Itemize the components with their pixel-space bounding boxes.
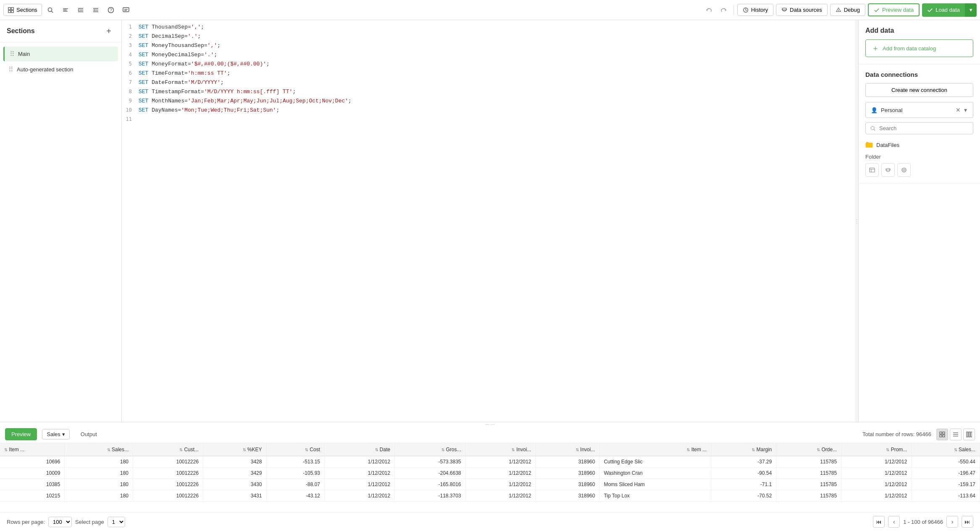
sidebar-item-autogenerated[interactable]: ⠿ Auto-generated section (3, 62, 118, 77)
undo-button[interactable] (702, 3, 716, 17)
table-column-header[interactable]: ⇅ Cust... (133, 443, 203, 456)
sidebar-item-main[interactable]: ⠿ Main 🗑 (3, 47, 118, 61)
code-editor-area[interactable]: 1SET ThousandSep=',';2SET DecimalSep='.'… (122, 20, 855, 422)
svg-rect-2 (8, 10, 10, 12)
prev-page-button[interactable]: ‹ (888, 516, 900, 528)
personal-connection-row: 👤 Personal ✕ ▾ (865, 102, 973, 118)
debug-label: Debug (844, 7, 860, 13)
editor-container: 1SET ThousandSep=',';2SET DecimalSep='.'… (122, 20, 858, 422)
preview-data-button[interactable]: Preview data (868, 3, 920, 16)
search-button[interactable] (44, 3, 57, 17)
svg-point-23 (838, 11, 839, 11)
close-personal-button[interactable]: ✕ (955, 106, 962, 114)
search-connections-input[interactable] (879, 125, 969, 131)
rows-per-page-select[interactable]: 100 50 25 (48, 517, 72, 527)
table-cell: 10215 (0, 490, 65, 502)
redo-icon (720, 7, 727, 13)
list-view-button[interactable] (950, 429, 962, 440)
column-sort-icon: ⇅ (752, 447, 755, 452)
history-button[interactable]: History (737, 4, 773, 16)
column-view-button[interactable] (963, 429, 975, 440)
table-cell: Washington Cran (600, 468, 711, 479)
table-column-header[interactable]: ⇅ Margin (711, 443, 776, 456)
redo-button[interactable] (717, 3, 730, 17)
table-cell: -113.64 (912, 490, 980, 502)
next-page-button[interactable]: › (946, 516, 958, 528)
data-icon-3 (901, 167, 907, 173)
outdent-button[interactable] (89, 3, 102, 17)
table-column-header[interactable]: ⇅ Date (325, 443, 395, 456)
toolbar-left: Sections (3, 3, 701, 17)
create-connection-button[interactable]: Create new connection (865, 83, 973, 97)
preview-icon (874, 7, 880, 13)
load-label: Load data (935, 7, 960, 13)
table-column-header[interactable]: ⇅ Invoi... (466, 443, 536, 456)
debug-button[interactable]: Debug (830, 4, 865, 16)
folder-icon (865, 141, 873, 149)
drag-handle-auto: ⠿ (8, 65, 13, 73)
table-column-header[interactable]: ⇅ Sales... (912, 443, 980, 456)
help-button[interactable]: ? (104, 3, 118, 17)
comment-button[interactable] (119, 3, 133, 17)
load-dropdown-button[interactable]: ▾ (965, 3, 977, 17)
column-sort-icon: ⇅ (441, 447, 445, 452)
table-column-header[interactable]: ⇅ %KEY (203, 443, 267, 456)
table-column-header[interactable]: ⇅ Sales... (65, 443, 133, 456)
svg-rect-36 (943, 435, 945, 437)
table-cell: 115785 (776, 490, 841, 502)
svg-point-29 (886, 168, 890, 170)
data-icon-2 (885, 167, 891, 173)
table-column-header[interactable]: ⇅ Gros... (395, 443, 466, 456)
table-selector-chevron: ▾ (62, 431, 65, 437)
add-section-button[interactable]: + (103, 25, 115, 37)
grid-view-button[interactable] (936, 429, 948, 440)
bottom-toolbar: Preview Sales ▾ Output Total number of r… (0, 426, 980, 443)
output-tab-button[interactable]: Output (75, 429, 103, 440)
table-column-header[interactable]: ⇅ Invoi... (536, 443, 600, 456)
drag-handle-main: ⠿ (10, 50, 15, 58)
folder-action-3[interactable] (897, 163, 911, 177)
table-column-header[interactable]: ⇅ Item ... (0, 443, 65, 456)
table-column-header[interactable]: ⇅ Orde... (776, 443, 841, 456)
table-selector[interactable]: Sales ▾ (42, 429, 70, 439)
load-icon (927, 7, 933, 13)
bottom-resize-handle[interactable]: ─ ─ (0, 422, 980, 426)
indent-button[interactable] (74, 3, 87, 17)
table-name-label: Sales (47, 431, 60, 437)
folder-action-2[interactable] (881, 163, 895, 177)
expand-personal-button[interactable]: ▾ (963, 106, 968, 114)
select-page-label: Select page (75, 519, 104, 525)
preview-tab-button[interactable]: Preview (5, 428, 37, 440)
folder-action-1[interactable] (865, 163, 879, 177)
format-button[interactable] (59, 3, 72, 17)
data-table-wrapper: ⇅ Item ...⇅ Sales...⇅ Cust...⇅ %KEY⇅ Cos… (0, 443, 980, 512)
last-page-button[interactable]: ⏭ (962, 516, 973, 528)
pagination-bar: Rows per page: 100 50 25 Select page 1 ⏮… (0, 512, 980, 531)
first-page-button[interactable]: ⏮ (873, 516, 885, 528)
code-editor[interactable]: 1SET ThousandSep=',';2SET DecimalSep='.'… (122, 20, 855, 422)
table-cell: 318960 (536, 479, 600, 490)
datasources-button[interactable]: Data sources (776, 4, 828, 16)
code-line: 8SET TimestampFormat='M/D/YYYY h:mm:ss[.… (122, 88, 855, 97)
svg-point-24 (871, 126, 874, 130)
table-column-header[interactable]: ⇅ Item ... (600, 443, 711, 456)
datafiles-row: DataFiles (865, 138, 973, 152)
table-column-header[interactable]: ⇅ Prom... (841, 443, 912, 456)
svg-rect-41 (969, 432, 970, 437)
table-cell: 115785 (776, 479, 841, 490)
add-from-catalog-button[interactable]: ＋ Add from data catalog (865, 39, 973, 57)
table-cell: -204.6638 (395, 468, 466, 479)
code-line: 2SET DecimalSep='.'; (122, 33, 855, 42)
table-cell: -43.12 (266, 490, 325, 502)
table-body: 10696180100122263428-513.151/12/2012-573… (0, 456, 980, 502)
column-sort-icon: ⇅ (817, 447, 820, 452)
page-select[interactable]: 1 (107, 517, 125, 527)
load-data-button[interactable]: Load data (922, 3, 965, 17)
sections-toggle-button[interactable]: Sections (3, 4, 42, 16)
svg-rect-33 (940, 432, 942, 434)
undo-icon (706, 7, 713, 13)
history-label: History (751, 7, 768, 13)
data-connections-section: Data connections Create new connection 👤… (859, 64, 980, 184)
editor-resize-handle[interactable]: ⋮ (855, 20, 858, 422)
table-column-header[interactable]: ⇅ Cost (266, 443, 325, 456)
